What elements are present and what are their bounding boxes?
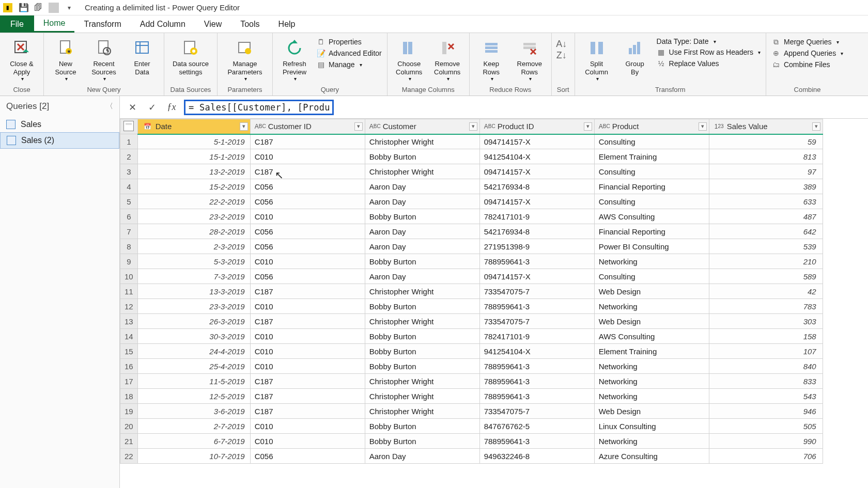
- cell-sales-value[interactable]: 97: [709, 164, 823, 179]
- cell-product-id[interactable]: 941254104-X: [479, 344, 594, 359]
- cell-customer-id[interactable]: C187: [250, 314, 365, 329]
- cell-product-id[interactable]: 094714157-X: [479, 269, 594, 284]
- collapse-pane-icon[interactable]: 〈: [106, 102, 113, 111]
- cell-date[interactable]: 13-2-2019: [137, 164, 250, 179]
- table-row[interactable]: 1625-4-2019C010Bobby Burton788959641-3Ne…: [120, 359, 823, 374]
- table-row[interactable]: 202-7-2019C010Bobby Burton847676762-5Lin…: [120, 419, 823, 434]
- cell-sales-value[interactable]: 833: [709, 374, 823, 389]
- filter-dropdown-icon[interactable]: ▾: [469, 122, 477, 131]
- cell-product-id[interactable]: 788959641-3: [479, 359, 594, 374]
- enter-data-button[interactable]: Enter Data: [126, 35, 159, 76]
- row-number[interactable]: 21: [120, 434, 138, 449]
- cell-product[interactable]: Azure Consulting: [594, 449, 709, 464]
- row-number[interactable]: 1: [120, 134, 138, 149]
- remove-columns-button[interactable]: Remove Columns▾: [431, 35, 464, 82]
- filter-dropdown-icon[interactable]: ▾: [812, 122, 820, 131]
- row-number[interactable]: 5: [120, 194, 138, 209]
- fx-icon[interactable]: ƒx: [164, 102, 179, 113]
- table-row[interactable]: 1113-3-2019C187Christopher Wright7335470…: [120, 284, 823, 299]
- cell-customer-id[interactable]: C010: [250, 329, 365, 344]
- column-header-sales-value[interactable]: 123Sales Value▾: [709, 119, 823, 134]
- cell-date[interactable]: 23-3-2019: [137, 299, 250, 314]
- choose-columns-button[interactable]: Choose Columns▾: [393, 35, 426, 82]
- cell-date[interactable]: 22-2-2019: [137, 194, 250, 209]
- cell-customer-id[interactable]: C187: [250, 389, 365, 404]
- table-row[interactable]: 1430-3-2019C010Bobby Burton782417101-9AW…: [120, 329, 823, 344]
- refresh-preview-button[interactable]: Refresh Preview▾: [278, 35, 311, 82]
- cell-customer-id[interactable]: C010: [250, 434, 365, 449]
- table-row[interactable]: 216-7-2019C010Bobby Burton788959641-3Net…: [120, 434, 823, 449]
- filter-dropdown-icon[interactable]: ▾: [354, 122, 363, 131]
- table-row[interactable]: 1711-5-2019C187Christopher Wright7889596…: [120, 374, 823, 389]
- cell-customer[interactable]: Bobby Burton: [365, 254, 479, 269]
- cell-sales-value[interactable]: 158: [709, 329, 823, 344]
- row-number[interactable]: 14: [120, 329, 138, 344]
- query-item-sales[interactable]: Sales: [0, 117, 119, 132]
- cell-sales-value[interactable]: 303: [709, 314, 823, 329]
- advanced-editor-button[interactable]: 📝Advanced Editor: [316, 49, 382, 58]
- cell-product[interactable]: Consulting: [594, 194, 709, 209]
- new-source-button[interactable]: ★ New Source▾: [49, 35, 82, 82]
- cell-customer-id[interactable]: C187: [250, 284, 365, 299]
- cell-date[interactable]: 24-4-2019: [137, 344, 250, 359]
- cell-date[interactable]: 6-7-2019: [137, 434, 250, 449]
- cell-date[interactable]: 2-3-2019: [137, 239, 250, 254]
- cell-sales-value[interactable]: 210: [709, 254, 823, 269]
- table-row[interactable]: 2210-7-2019C056Aaron Day949632246-8Azure…: [120, 449, 823, 464]
- data-source-settings-button[interactable]: Data source settings: [169, 35, 212, 76]
- cell-customer-id[interactable]: C056: [250, 179, 365, 194]
- column-header-customer-id[interactable]: ABCCustomer ID▾: [250, 119, 365, 134]
- cell-product-id[interactable]: 788959641-3: [479, 434, 594, 449]
- cell-date[interactable]: 7-3-2019: [137, 269, 250, 284]
- cell-product[interactable]: Web Design: [594, 404, 709, 419]
- table-row[interactable]: 193-6-2019C187Christopher Wright73354707…: [120, 404, 823, 419]
- table-row[interactable]: 1223-3-2019C010Bobby Burton788959641-3Ne…: [120, 299, 823, 314]
- row-number[interactable]: 4: [120, 179, 138, 194]
- recent-sources-button[interactable]: Recent Sources▾: [87, 35, 120, 82]
- cell-product-id[interactable]: 542176934-8: [479, 224, 594, 239]
- cell-customer-id[interactable]: C187: [250, 134, 365, 149]
- close-apply-button[interactable]: Close & Apply▾: [5, 35, 38, 82]
- first-row-headers-button[interactable]: ▦Use First Row as Headers▾: [657, 48, 761, 57]
- cell-customer[interactable]: Aaron Day: [365, 194, 479, 209]
- cell-date[interactable]: 5-1-2019: [137, 134, 250, 149]
- row-number[interactable]: 18: [120, 389, 138, 404]
- cell-customer[interactable]: Aaron Day: [365, 224, 479, 239]
- tab-help[interactable]: Help: [269, 15, 305, 33]
- cell-sales-value[interactable]: 389: [709, 179, 823, 194]
- tab-home[interactable]: Home: [34, 15, 75, 33]
- table-row[interactable]: 1812-5-2019C187Christopher Wright7889596…: [120, 389, 823, 404]
- formula-input[interactable]: [184, 100, 334, 115]
- cell-sales-value[interactable]: 487: [709, 209, 823, 224]
- tab-tools[interactable]: Tools: [231, 15, 269, 33]
- cell-customer[interactable]: Aaron Day: [365, 269, 479, 284]
- row-number[interactable]: 22: [120, 449, 138, 464]
- cell-customer-id[interactable]: C010: [250, 254, 365, 269]
- cell-date[interactable]: 10-7-2019: [137, 449, 250, 464]
- combine-files-button[interactable]: 🗂Combine Files: [771, 60, 843, 69]
- row-number[interactable]: 19: [120, 404, 138, 419]
- cell-customer-id[interactable]: C010: [250, 419, 365, 434]
- cell-customer-id[interactable]: C187: [250, 374, 365, 389]
- cell-product-id[interactable]: 782417101-9: [479, 209, 594, 224]
- row-number[interactable]: 12: [120, 299, 138, 314]
- cell-customer[interactable]: Bobby Burton: [365, 329, 479, 344]
- cell-product[interactable]: Element Training: [594, 149, 709, 164]
- cell-sales-value[interactable]: 505: [709, 419, 823, 434]
- cell-sales-value[interactable]: 783: [709, 299, 823, 314]
- cell-customer[interactable]: Bobby Burton: [365, 299, 479, 314]
- row-number[interactable]: 10: [120, 269, 138, 284]
- cell-product[interactable]: AWS Consulting: [594, 209, 709, 224]
- cell-customer[interactable]: Bobby Burton: [365, 419, 479, 434]
- cell-customer-id[interactable]: C010: [250, 299, 365, 314]
- cell-date[interactable]: 28-2-2019: [137, 224, 250, 239]
- manage-parameters-button[interactable]: Manage Parameters▾: [223, 35, 267, 82]
- cell-customer-id[interactable]: C056: [250, 449, 365, 464]
- cell-product-id[interactable]: 788959641-3: [479, 374, 594, 389]
- cell-date[interactable]: 15-2-2019: [137, 179, 250, 194]
- cell-customer[interactable]: Christopher Wright: [365, 284, 479, 299]
- cell-date[interactable]: 3-6-2019: [137, 404, 250, 419]
- cell-sales-value[interactable]: 990: [709, 434, 823, 449]
- column-header-customer[interactable]: ABCCustomer▾: [365, 119, 479, 134]
- cell-customer[interactable]: Christopher Wright: [365, 404, 479, 419]
